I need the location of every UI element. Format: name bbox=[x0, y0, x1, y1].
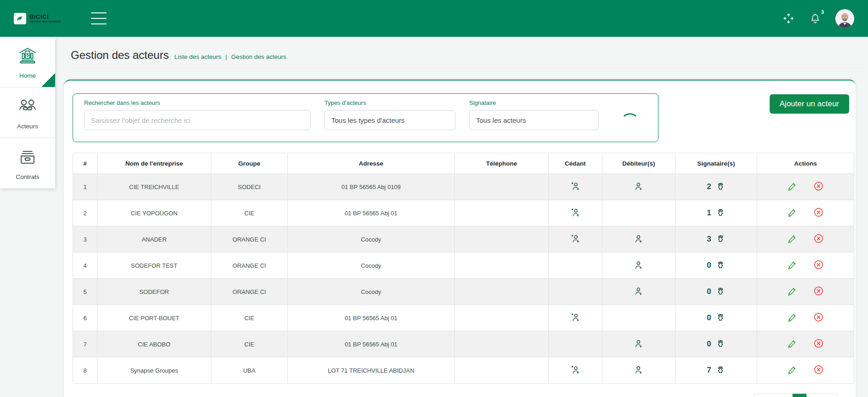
sidebar: $ Home Acteurs Contra bbox=[0, 37, 55, 189]
cedant-user-star-plus-icon[interactable] bbox=[570, 234, 580, 244]
debiteur-user-plus-icon[interactable] bbox=[634, 339, 644, 349]
signataires-cell: 2 bbox=[675, 174, 757, 200]
delete-actor-button[interactable] bbox=[813, 312, 824, 322]
row-index-cell: 5 bbox=[73, 279, 97, 305]
delete-actor-button[interactable] bbox=[813, 338, 824, 349]
signataire-badge-icon[interactable] bbox=[715, 182, 726, 192]
delete-actor-button[interactable] bbox=[813, 286, 824, 296]
company-name-cell: Synapse Groupes bbox=[97, 357, 211, 384]
cedant-user-star-plus-icon[interactable] bbox=[570, 181, 580, 191]
debiteur-cell bbox=[602, 253, 675, 279]
sidebar-item-label: Home bbox=[19, 72, 36, 79]
debiteur-user-plus-icon[interactable] bbox=[634, 181, 644, 191]
group-cell: ORANGE CI bbox=[211, 226, 288, 253]
row-index-cell: 1 bbox=[73, 174, 97, 200]
delete-actor-button[interactable] bbox=[813, 207, 824, 218]
breadcrumb-current: Gestion des acteurs bbox=[231, 53, 286, 60]
edit-actor-button[interactable] bbox=[787, 233, 798, 244]
address-cell: Cocody bbox=[288, 226, 455, 253]
debiteur-user-plus-icon[interactable] bbox=[634, 286, 644, 296]
debiteur-cell bbox=[602, 226, 675, 253]
actions-cell bbox=[757, 253, 854, 279]
edit-actor-button[interactable] bbox=[787, 207, 798, 218]
address-cell: Cocody bbox=[288, 253, 455, 279]
signataires-count: 7 bbox=[707, 366, 711, 375]
add-actor-button[interactable]: Ajouter un acteur bbox=[770, 94, 849, 114]
signataires-cell: 0 bbox=[675, 279, 757, 305]
pagination-page-1-button[interactable]: 1 bbox=[792, 394, 806, 397]
app-logo: BICICI GROUPE BNP PARIBAS bbox=[14, 13, 74, 24]
signataire-badge-icon[interactable] bbox=[715, 208, 726, 218]
signataires-count: 0 bbox=[707, 261, 711, 270]
user-avatar[interactable] bbox=[835, 9, 854, 28]
signataires-count: 0 bbox=[707, 339, 711, 349]
pagination-next-button[interactable]: Suivant bbox=[806, 394, 837, 397]
signataires-cell: 0 bbox=[675, 253, 757, 279]
cedant-user-star-plus-icon[interactable] bbox=[570, 365, 580, 375]
debiteur-user-plus-icon[interactable] bbox=[634, 260, 644, 270]
signataires-cell: 0 bbox=[675, 305, 757, 331]
signataire-badge-icon[interactable] bbox=[715, 313, 726, 323]
notifications-bell-icon[interactable]: 3 bbox=[809, 12, 822, 25]
search-input[interactable] bbox=[84, 110, 311, 130]
actions-cell bbox=[757, 174, 854, 200]
cedant-cell bbox=[549, 253, 602, 279]
edit-actor-button[interactable] bbox=[787, 338, 798, 349]
table-header-row: #Nom de l'entrepriseGroupeAdresseTélépho… bbox=[73, 153, 854, 174]
actor-type-select[interactable]: Tous les types d'acteurs bbox=[324, 110, 455, 130]
edit-actor-button[interactable] bbox=[787, 312, 798, 322]
search-label: Rechercher dans les acteurs bbox=[84, 99, 311, 106]
company-name-cell: ANADER bbox=[97, 226, 211, 253]
sidebar-item-acteurs[interactable]: Acteurs bbox=[0, 87, 55, 138]
fullscreen-move-icon[interactable] bbox=[782, 12, 795, 25]
signataire-badge-icon[interactable] bbox=[715, 287, 726, 297]
group-cell: CIE bbox=[211, 305, 288, 331]
logo-brand-text: BICICI bbox=[29, 14, 61, 20]
sidebar-item-label: Acteurs bbox=[17, 123, 38, 130]
filter-panel: Rechercher dans les acteurs Types d'acte… bbox=[73, 93, 658, 142]
pagination-previous-button[interactable]: Précédent bbox=[755, 394, 792, 397]
debiteur-cell bbox=[602, 174, 675, 200]
cedant-user-star-plus-icon[interactable] bbox=[570, 207, 580, 218]
group-cell: UBA bbox=[211, 357, 288, 384]
delete-actor-button[interactable] bbox=[813, 364, 824, 375]
cedant-cell bbox=[549, 226, 602, 253]
address-cell: 01 BP 56565 Abj 01 bbox=[288, 200, 455, 226]
delete-actor-button[interactable] bbox=[813, 233, 824, 244]
signataires-count: 2 bbox=[707, 182, 711, 191]
breadcrumb-link-liste[interactable]: Liste des acteurs bbox=[174, 53, 221, 60]
cedant-cell bbox=[549, 305, 602, 331]
signataire-badge-icon[interactable] bbox=[715, 339, 726, 349]
actors-users-icon bbox=[17, 96, 38, 119]
phone-cell bbox=[455, 253, 549, 279]
address-cell: 01 BP 56565 Abj 01 bbox=[288, 305, 455, 331]
debiteur-user-plus-icon[interactable] bbox=[634, 365, 644, 375]
column-header: Téléphone bbox=[455, 153, 549, 174]
signataire-badge-icon[interactable] bbox=[715, 234, 726, 244]
signataire-badge-icon[interactable] bbox=[715, 260, 726, 270]
cedant-user-star-plus-icon[interactable] bbox=[570, 312, 580, 322]
sidebar-item-home[interactable]: $ Home bbox=[0, 37, 55, 87]
signataires-cell: 1 bbox=[675, 200, 757, 226]
menu-hamburger-icon[interactable] bbox=[91, 12, 107, 24]
main-content: Gestion des acteurs Liste des acteurs | … bbox=[55, 37, 868, 397]
column-header: Signataire(s) bbox=[675, 153, 757, 174]
edit-actor-button[interactable] bbox=[787, 259, 798, 270]
signatory-select[interactable]: Tous les acteurs bbox=[469, 110, 599, 130]
signataires-cell: 7 bbox=[675, 357, 757, 384]
column-header: Groupe bbox=[211, 153, 288, 174]
column-header: Actions bbox=[757, 153, 854, 174]
svg-text:$: $ bbox=[26, 52, 29, 58]
edit-actor-button[interactable] bbox=[787, 181, 798, 191]
edit-actor-button[interactable] bbox=[787, 364, 798, 375]
signataires-count: 3 bbox=[707, 235, 711, 244]
table-row: 4SODEFOR TESTORANGE CICocody0 bbox=[73, 253, 854, 279]
edit-actor-button[interactable] bbox=[787, 286, 798, 296]
sidebar-item-contrats[interactable]: Contrats bbox=[0, 138, 55, 189]
logo-bird-icon bbox=[14, 13, 26, 24]
delete-actor-button[interactable] bbox=[813, 259, 824, 270]
row-index-cell: 8 bbox=[73, 357, 97, 384]
signataire-badge-icon[interactable] bbox=[715, 365, 726, 375]
debiteur-user-plus-icon[interactable] bbox=[634, 234, 644, 244]
delete-actor-button[interactable] bbox=[813, 181, 824, 191]
